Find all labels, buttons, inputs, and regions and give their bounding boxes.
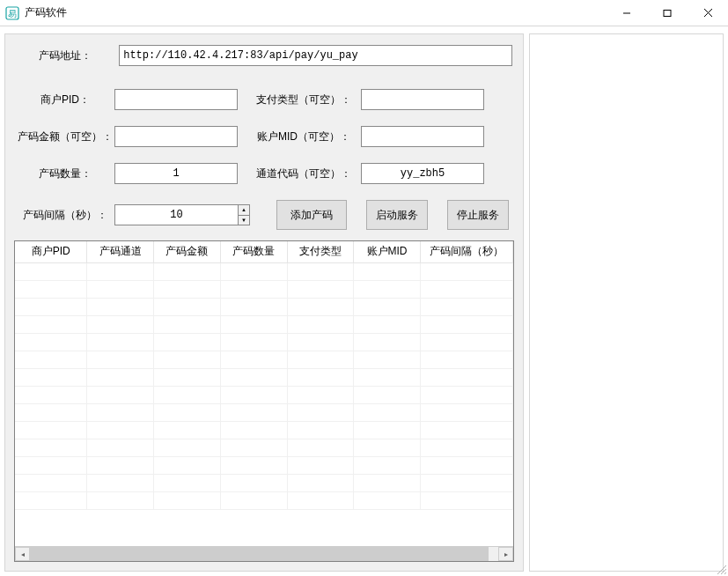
horizontal-scrollbar[interactable]: ◂ ▸ (15, 546, 513, 561)
mid-input[interactable] (361, 126, 484, 147)
start-button[interactable]: 启动服务 (366, 200, 428, 230)
title-bar: 易 产码软件 (0, 0, 728, 26)
window-controls (607, 0, 728, 26)
interval-input[interactable] (114, 204, 238, 225)
resize-grip-icon[interactable] (715, 563, 727, 575)
table-row[interactable] (15, 315, 513, 333)
spinner-up-icon[interactable]: ▲ (239, 205, 249, 216)
table-row[interactable] (15, 262, 513, 280)
table-row[interactable] (15, 474, 513, 491)
url-label: 产码地址： (16, 48, 114, 63)
form-area: 产码地址： 商户PID： 支付类型（可空）： 产码金额（可空）： (5, 34, 523, 235)
table-row[interactable] (15, 368, 513, 386)
client-area: 产码地址： 商户PID： 支付类型（可空）： 产码金额（可空）： (0, 26, 728, 576)
url-input[interactable] (119, 45, 512, 66)
app-icon: 易 (5, 6, 19, 20)
col-interval[interactable]: 产码间隔（秒） (420, 241, 512, 262)
svg-line-8 (724, 572, 726, 574)
amount-label: 产码金额（可空）： (16, 129, 114, 144)
col-amount[interactable]: 产码金额 (154, 241, 221, 262)
stop-button[interactable]: 停止服务 (447, 200, 509, 230)
paytype-input[interactable] (361, 89, 484, 110)
table-row[interactable] (15, 386, 513, 403)
add-button[interactable]: 添加产码 (276, 200, 347, 230)
scroll-left-icon[interactable]: ◂ (15, 547, 30, 561)
col-mid[interactable]: 账户MID (354, 241, 421, 262)
qty-label: 产码数量： (16, 166, 114, 181)
table-body (15, 262, 513, 509)
table-header-row: 商户PID 产码通道 产码金额 产码数量 支付类型 账户MID 产码间隔（秒） (15, 241, 513, 262)
pid-label: 商户PID： (16, 92, 114, 107)
svg-rect-3 (664, 10, 671, 16)
window-title: 产码软件 (25, 5, 67, 20)
interval-label: 产码间隔（秒）： (16, 208, 114, 223)
paytype-label: 支付类型（可空）： (238, 92, 361, 107)
col-paytype[interactable]: 支付类型 (287, 241, 354, 262)
minimize-button[interactable] (607, 0, 647, 26)
channel-label: 通道代码（可空）： (238, 166, 361, 181)
main-panel: 产码地址： 商户PID： 支付类型（可空）： 产码金额（可空）： (4, 33, 524, 572)
qty-input[interactable] (114, 163, 238, 184)
table-row[interactable] (15, 333, 513, 351)
mid-label: 账户MID（可空）： (238, 129, 361, 144)
table-row[interactable] (15, 403, 513, 421)
maximize-button[interactable] (647, 0, 688, 26)
col-channel[interactable]: 产码通道 (87, 241, 154, 262)
log-panel (529, 33, 724, 572)
channel-input[interactable] (361, 163, 484, 184)
close-button[interactable] (688, 0, 728, 26)
col-qty[interactable]: 产码数量 (220, 241, 287, 262)
interval-spinner[interactable]: ▲ ▼ (114, 204, 250, 225)
table-row[interactable] (15, 298, 513, 315)
table-row[interactable] (15, 491, 513, 509)
table-row[interactable] (15, 456, 513, 474)
svg-text:易: 易 (8, 9, 17, 18)
data-table: 商户PID 产码通道 产码金额 产码数量 支付类型 账户MID 产码间隔（秒） (14, 240, 514, 562)
table-row[interactable] (15, 351, 513, 368)
spinner-down-icon[interactable]: ▼ (239, 216, 249, 225)
pid-input[interactable] (114, 89, 238, 110)
amount-input[interactable] (114, 126, 238, 147)
scrollbar-thumb[interactable] (30, 547, 489, 561)
col-pid[interactable]: 商户PID (15, 241, 87, 262)
table-row[interactable] (15, 439, 513, 456)
table-row[interactable] (15, 280, 513, 298)
table-row[interactable] (15, 421, 513, 439)
scroll-right-icon[interactable]: ▸ (498, 547, 513, 561)
